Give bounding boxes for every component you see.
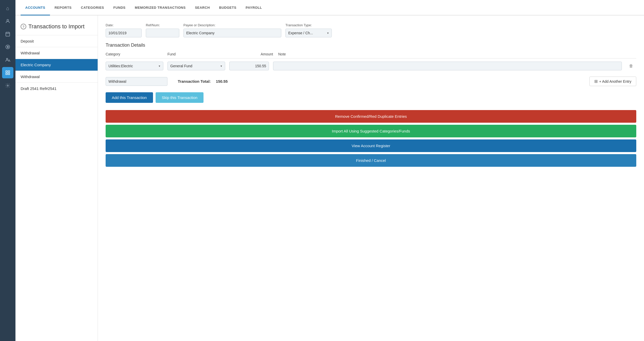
list-item-draft-2541[interactable]: Draft 2541 Ref#2541 <box>15 82 98 94</box>
date-input[interactable] <box>106 29 142 37</box>
chart-icon[interactable] <box>2 67 13 78</box>
action-buttons: Add this Transaction Skip this Transacti… <box>106 92 636 103</box>
svg-point-7 <box>6 58 8 60</box>
finished-cancel-button[interactable]: Finished / Cancel <box>106 154 636 167</box>
ref-group: Ref/Num: <box>146 23 179 37</box>
amount-cell <box>229 62 273 70</box>
list-item-withdrawal-1[interactable]: Withdrawal <box>15 47 98 59</box>
total-value: 150.55 <box>216 79 236 84</box>
payee-group: Payee or Description: <box>183 23 281 37</box>
top-navigation: ACCOUNTS REPORTS CATEGORIES FUNDS MEMORI… <box>15 0 644 15</box>
delete-row-button[interactable]: 🗑 <box>628 63 634 69</box>
category-cell: Utilities:Electric Utilities:Gas Utiliti… <box>106 62 167 70</box>
nav-budgets[interactable]: BUDGETS <box>215 1 241 15</box>
svg-rect-9 <box>8 71 10 72</box>
fund-select[interactable]: General Fund Building Fund Reserve Fund <box>167 62 225 70</box>
svg-point-0 <box>7 19 9 21</box>
nav-categories[interactable]: CATEGORIES <box>76 1 109 15</box>
sidebar: ⌂ <box>0 0 15 341</box>
bulk-actions: Remove Confirmed/Red Duplicate Entries I… <box>106 110 636 167</box>
list-item-electric-company[interactable]: Electric Company <box>15 59 98 71</box>
form-top-row: Date: Ref/Num: Payee or Description: Tra… <box>106 23 636 37</box>
nav-funds[interactable]: FUNDS <box>109 1 130 15</box>
contacts-icon[interactable] <box>2 54 13 65</box>
view-register-button[interactable]: View Account Register <box>106 139 636 152</box>
import-all-button[interactable]: Import All Using Suggested Categories/Fu… <box>106 125 636 137</box>
section-title: Transaction Details <box>106 43 636 48</box>
nav-reports[interactable]: REPORTS <box>50 1 76 15</box>
add-transaction-button[interactable]: Add this Transaction <box>106 92 153 103</box>
list-item-deposit[interactable]: Deposit <box>15 35 98 47</box>
col-header-note: Note <box>273 52 636 56</box>
remove-duplicates-button[interactable]: Remove Confirmed/Red Duplicate Entries <box>106 110 636 123</box>
transaction-details-section: Transaction Details Category Fund Amount… <box>106 43 636 86</box>
page-title: Transactions to Import <box>28 23 84 30</box>
users-icon[interactable] <box>2 15 13 27</box>
svg-rect-10 <box>6 73 7 75</box>
type-label: Transaction Type: <box>285 23 332 27</box>
category-select-wrapper: Utilities:Electric Utilities:Gas Utiliti… <box>106 62 163 70</box>
calendar-icon[interactable] <box>2 28 13 40</box>
right-panel: Date: Ref/Num: Payee or Description: Tra… <box>98 15 644 341</box>
main-content: ACCOUNTS REPORTS CATEGORIES FUNDS MEMORI… <box>15 0 644 341</box>
home-icon[interactable]: ⌂ <box>2 3 13 14</box>
type-select[interactable]: Expense / Ch... Income Transfer <box>285 29 332 37</box>
payee-input[interactable] <box>183 29 281 37</box>
delete-cell: 🗑 <box>626 63 636 69</box>
settings-icon[interactable] <box>2 80 13 91</box>
type-select-wrapper: Expense / Ch... Income Transfer <box>285 29 332 37</box>
nav-payroll[interactable]: PAYROLL <box>241 1 267 15</box>
fund-cell: General Fund Building Fund Reserve Fund <box>167 62 229 70</box>
fund-select-wrapper: General Fund Building Fund Reserve Fund <box>167 62 225 70</box>
help-icon[interactable]: ? <box>21 24 26 29</box>
details-header: Category Fund Amount Note <box>106 52 636 59</box>
note-cell <box>273 62 626 70</box>
plus-icon: ⊞ <box>594 79 598 84</box>
col-header-fund: Fund <box>167 52 229 56</box>
nav-memorized-transactions[interactable]: MEMORIZED TRANSACTIONS <box>130 1 190 15</box>
total-label: Transaction Total: <box>178 79 211 84</box>
list-item-withdrawal-2[interactable]: Withdrawal <box>15 71 98 82</box>
withdrawal-input[interactable] <box>106 77 167 86</box>
svg-rect-1 <box>6 32 10 36</box>
ref-input[interactable] <box>146 29 179 37</box>
nav-accounts[interactable]: ACCOUNTS <box>21 1 50 15</box>
payee-label: Payee or Description: <box>183 23 281 27</box>
left-panel: ? Transactions to Import Deposit Withdra… <box>15 15 98 341</box>
type-group: Transaction Type: Expense / Ch... Income… <box>285 23 332 37</box>
svg-rect-11 <box>8 73 10 75</box>
col-header-category: Category <box>106 52 167 56</box>
page-title-area: ? Transactions to Import <box>15 21 98 35</box>
date-label: Date: <box>106 23 142 27</box>
note-input[interactable] <box>273 62 622 70</box>
nav-search[interactable]: SEARCH <box>190 1 215 15</box>
col-header-amount: Amount <box>229 52 273 56</box>
skip-transaction-button[interactable]: Skip this Transaction <box>156 92 204 103</box>
dollar-icon[interactable] <box>2 41 13 53</box>
category-select[interactable]: Utilities:Electric Utilities:Gas Utiliti… <box>106 62 163 70</box>
add-another-entry-button[interactable]: ⊞ + Add Another Entry <box>589 77 636 86</box>
ref-label: Ref/Num: <box>146 23 179 27</box>
svg-rect-8 <box>6 71 7 72</box>
svg-point-12 <box>7 85 9 86</box>
amount-input[interactable] <box>229 62 269 70</box>
details-row: Utilities:Electric Utilities:Gas Utiliti… <box>106 62 636 70</box>
add-entry-label: + Add Another Entry <box>599 79 631 84</box>
date-group: Date: <box>106 23 142 37</box>
content-area: ? Transactions to Import Deposit Withdra… <box>15 15 644 341</box>
bottom-row: Transaction Total: 150.55 ⊞ + Add Anothe… <box>106 74 636 86</box>
